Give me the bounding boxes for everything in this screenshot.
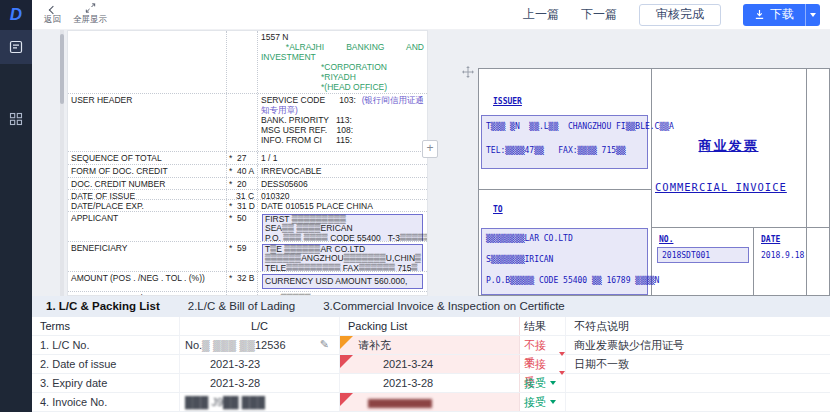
bank-name-line: *RIYADH bbox=[261, 72, 424, 82]
app-logo: D bbox=[0, 0, 32, 30]
invoice-date-value: 2018.9.18 bbox=[761, 251, 804, 260]
tab-lc-packing-list[interactable]: 1. L/C & Packing List bbox=[32, 296, 174, 317]
packing-value: 2021-3-24 bbox=[358, 355, 433, 373]
field-value: DATE 010515 PLACE CHINA bbox=[258, 200, 427, 211]
download-menu-button[interactable] bbox=[805, 4, 820, 26]
fullscreen-icon bbox=[85, 3, 96, 13]
discrepancy-note: 日期不一致 bbox=[566, 355, 830, 373]
field-label: AMOUNT (POS . /NEG . TOL . (%)) bbox=[68, 272, 227, 291]
field-label: BENEFICIARY bbox=[68, 242, 227, 271]
lc-value: 2021-3-28 bbox=[185, 374, 260, 392]
field-value: DESS05606 bbox=[258, 178, 427, 189]
term-cell: 3. Expiry date bbox=[32, 374, 180, 392]
table-row: 2. Date of issue 2021-3-23 2021-3-24 不接受… bbox=[32, 355, 830, 374]
table-header-row: Terms L/C Packing List 结果 不符点说明 bbox=[32, 317, 830, 336]
document-workspace: 1557 N *ALRAJHI BANKING AND INVESTMENT *… bbox=[32, 30, 830, 296]
logo-letter: D bbox=[10, 5, 22, 25]
fullscreen-button[interactable]: 全屏显示 bbox=[73, 0, 107, 30]
result-select[interactable]: 接受 bbox=[524, 374, 556, 392]
prev-doc-link[interactable]: 上一篇 bbox=[523, 6, 559, 23]
lc-value: No.▒ ▒▒▒ ▒▒12536 bbox=[185, 339, 286, 351]
corner-badge-red bbox=[340, 355, 353, 368]
issuer-label: ISSUER bbox=[493, 97, 522, 106]
topbar: D 返回 全屏显示 上一篇 下一篇 审核完成 下载 bbox=[0, 0, 830, 30]
field-label: DATE OF ISSUE bbox=[68, 190, 227, 199]
packing-value-redacted bbox=[368, 399, 432, 408]
lc-document-viewer[interactable]: 1557 N *ALRAJHI BANKING AND INVESTMENT *… bbox=[67, 30, 428, 296]
packing-value: 2021-3-28 bbox=[358, 374, 433, 392]
field-tag: * 50 bbox=[227, 212, 258, 241]
field-tag: * 40 A bbox=[227, 165, 258, 177]
field-value: 1 / 1 bbox=[258, 152, 427, 164]
discrepancy-note bbox=[566, 393, 830, 411]
bank-name-line: *CORPORATION bbox=[261, 62, 424, 72]
tab-invoice-inspection[interactable]: 3.Commercial Invoice & Inspection on Cer… bbox=[309, 296, 579, 317]
header-discrepancy: 不符点说明 bbox=[566, 317, 830, 335]
field-label: DATE/PLACE EXP. bbox=[68, 200, 227, 211]
sidebar bbox=[0, 30, 32, 412]
swift-field-row: FORM OF DOC. CREDIT * 40 A IRREVOCABLE bbox=[68, 164, 427, 177]
discrepancy-note: 商业发票缺少信用证号 bbox=[566, 336, 830, 354]
back-label: 返回 bbox=[44, 14, 61, 26]
field-tag: * 59 bbox=[227, 242, 258, 271]
field-value: 010320 bbox=[258, 190, 427, 199]
result-select[interactable]: 接受 bbox=[524, 393, 556, 411]
highlighted-field: FIRST ▒▒▒▒▒▒▒▒▒ SEA▒▒ ▒▒▒▒ERICAN P.O. ▒▒… bbox=[262, 214, 423, 241]
invoice-title-en: COMMERCIAL INVOICE bbox=[655, 181, 787, 193]
invoice-date-label: DATE bbox=[761, 235, 780, 244]
user-header-row: USER HEADER SERVICE CODE 103:(银行间信用证通 知专… bbox=[68, 93, 427, 151]
highlighted-field: T▒E ▒▒▒▒▒▒AR CO.LTD ▒▒▒▒▒▒ANGZHOU▒▒▒▒▒▒▒… bbox=[262, 244, 423, 271]
field-tag: * 27 bbox=[227, 152, 258, 164]
corner-badge-red bbox=[340, 393, 353, 406]
move-handle-icon[interactable] bbox=[462, 64, 474, 82]
to-highlight-box: ▒▒▒▒▒▒▒▒LAR CO.LTD S▒▒▒▒▒▒▒IRICAN P.O.B▒… bbox=[481, 228, 648, 295]
field-tag: * 20 bbox=[227, 178, 258, 189]
term-cell: 4. Invoice No. bbox=[32, 393, 180, 411]
invoice-no-highlight-box: 2018SDT001 bbox=[657, 247, 749, 263]
field-tag: * 32 B bbox=[227, 272, 258, 291]
beneficiary-row: BENEFICIARY * 59 T▒E ▒▒▒▒▒▒AR CO.LTD ▒▒▒… bbox=[68, 241, 427, 271]
bank-name-line: *(HEAD OFFICE) bbox=[261, 82, 424, 92]
download-label: 下载 bbox=[770, 6, 794, 23]
next-doc-link[interactable]: 下一篇 bbox=[581, 6, 617, 23]
table-row: 3. Expiry date 2021-3-28 2021-3-28 接受 bbox=[32, 374, 830, 393]
issuer-highlight-box: T▒▒▒ ▒N ▒▒.L▒▒ CHANGZHOU FI▒▒BLE.C▒▒A TE… bbox=[481, 115, 648, 169]
field-label: APPLICANT bbox=[68, 212, 227, 241]
tab-lc-bill-of-lading[interactable]: 2.L/C & Bill of Lading bbox=[174, 296, 309, 317]
field-tag: 31 C bbox=[227, 190, 258, 199]
comparison-table: Terms L/C Packing List 结果 不符点说明 1. L/C N… bbox=[32, 317, 830, 412]
header-terms: Terms bbox=[32, 317, 180, 335]
chevron-down-icon bbox=[550, 381, 556, 385]
lc-doc-scrollbar[interactable] bbox=[60, 30, 64, 296]
swift-field-row: DATE/PLACE EXP. * 31 D DATE 010515 PLACE… bbox=[68, 199, 427, 211]
sidebar-item-documents[interactable] bbox=[0, 30, 32, 64]
sidebar-item-apps[interactable] bbox=[0, 102, 32, 136]
field-label: DOC. CREDIT NUMBER bbox=[68, 178, 227, 189]
header-packing-list: Packing List bbox=[340, 317, 520, 335]
field-value: IRREVOCABLE bbox=[258, 165, 427, 177]
bank-name-line: INVESTMENT bbox=[261, 52, 424, 62]
table-row: 1. L/C No. No.▒ ▒▒▒ ▒▒12536✎ 请补充 不接受 商业发… bbox=[32, 336, 830, 355]
swift-field-row: DOC. CREDIT NUMBER * 20 DESS05606 bbox=[68, 177, 427, 189]
edit-icon[interactable]: ✎ bbox=[320, 336, 329, 354]
bank-stamp-note: 知专用章) bbox=[261, 105, 424, 115]
bank-name-line: *ALRAJHI BANKING AND bbox=[261, 42, 424, 52]
invoice-no-label: NO. bbox=[659, 235, 673, 244]
term-cell: 1. L/C No. bbox=[32, 336, 180, 354]
download-button[interactable]: 下载 bbox=[743, 4, 805, 26]
field-label: FORM OF DOC. CREDIT bbox=[68, 165, 227, 177]
lc-value-redacted: ███ J9██ ███ bbox=[185, 396, 265, 408]
invoice-document-viewer[interactable]: ISSUER T▒▒▒ ▒N ▒▒.L▒▒ CHANGZHOU FI▒▒BLE.… bbox=[478, 68, 830, 296]
chevron-left-icon bbox=[48, 5, 56, 13]
review-done-button[interactable]: 审核完成 bbox=[639, 4, 721, 26]
comparison-panel: 1. L/C & Packing List 2.L/C & Bill of La… bbox=[32, 296, 830, 412]
amount-row: AMOUNT (POS . /NEG . TOL . (%)) * 32 B C… bbox=[68, 271, 427, 291]
download-icon bbox=[754, 9, 765, 20]
zoom-in-button[interactable]: + bbox=[422, 140, 438, 158]
back-button[interactable]: 返回 bbox=[44, 0, 61, 30]
swift-field-row: DATE OF ISSUE 31 C 010320 bbox=[68, 189, 427, 199]
corner-badge-orange bbox=[340, 336, 353, 349]
grid-icon bbox=[9, 112, 23, 126]
discrepancy-note bbox=[566, 374, 830, 392]
document-icon bbox=[9, 40, 23, 54]
